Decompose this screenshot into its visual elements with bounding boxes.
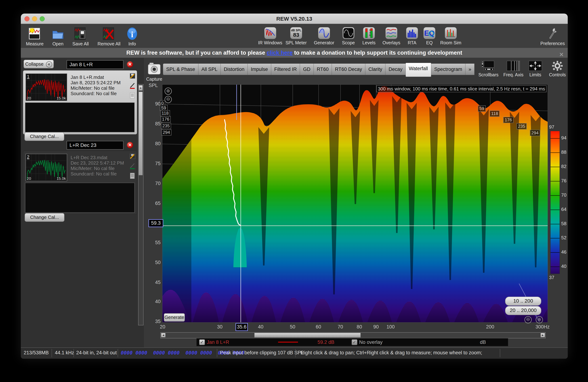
ir-windows-button[interactable]: IR Windows xyxy=(256,27,284,45)
ir-windows-label: IR Windows xyxy=(258,40,282,45)
frequency-scrollbar[interactable]: ◀ ▶ xyxy=(160,332,546,338)
zoom-out-y-button[interactable]: ⊖ xyxy=(165,96,172,103)
delete-measurement-button[interactable]: ✕ xyxy=(127,61,133,67)
scrollbar-thumb[interactable] xyxy=(139,92,143,175)
time-slice-label: 118 xyxy=(490,111,500,117)
zoom-out-x-button[interactable]: ⊖ xyxy=(525,316,532,324)
y-tick: 85 xyxy=(151,121,161,127)
spl-meter-label: SPL Meter xyxy=(286,40,307,45)
eq-icon: EQ xyxy=(423,27,435,39)
save-measurement-icon[interactable] xyxy=(129,73,136,79)
tab-impulse[interactable]: Impulse xyxy=(248,63,271,75)
notes-doc-icon[interactable] xyxy=(129,92,136,99)
limits-button[interactable]: Limits xyxy=(527,61,544,77)
tab-all-spl[interactable]: All SPL xyxy=(198,63,221,75)
overlays-icon xyxy=(385,27,397,39)
generator-button[interactable]: Generator xyxy=(311,27,338,45)
measurement-card-unselected[interactable]: 2 20 15.0k L+R Dec 23.mdat Dec 23, 2022 … xyxy=(23,151,137,215)
capture-button[interactable]: Capture xyxy=(146,61,162,82)
colorbar-tick: 46 xyxy=(561,249,567,255)
save-measurement-icon[interactable] xyxy=(129,153,136,159)
overlays-button[interactable]: Overlays xyxy=(380,27,403,45)
tab-decay[interactable]: Decay xyxy=(385,63,406,75)
scrollbar-left-arrow[interactable]: ◀ xyxy=(161,333,166,337)
y-tick: 55 xyxy=(151,240,161,246)
freq-axis-button[interactable]: Freq. Axis xyxy=(503,61,524,77)
change-cal-button[interactable]: Change Cal... xyxy=(24,132,64,141)
y-tick: 45 xyxy=(151,280,161,285)
colorbar-tick: 52 xyxy=(561,235,567,241)
measurement-notes-area[interactable] xyxy=(25,102,135,133)
scrollbar-up-arrow[interactable]: ▲ xyxy=(139,85,143,91)
rta-button[interactable]: RTA xyxy=(404,27,420,45)
measurement-mic: Mic/Meter: No cal file xyxy=(71,166,128,171)
colorbar-tick: 88 xyxy=(561,149,567,155)
banner-text-before: REW is free software, but if you can aff… xyxy=(126,50,265,56)
tab-filtered-ir[interactable]: Filtered IR xyxy=(271,63,300,75)
measurement-name-input[interactable]: L+R Dec 23 xyxy=(67,141,124,150)
legend-trace-name[interactable]: Jan 8 L+R xyxy=(207,340,229,345)
delete-measurement-button[interactable]: ✕ xyxy=(127,142,133,148)
collapse-chevrons-icon: « xyxy=(46,61,52,67)
zoom-in-x-button[interactable]: ⊕ xyxy=(536,316,543,324)
no-overlay-checkbox[interactable]: ✓ xyxy=(352,339,357,345)
spl-meter-button[interactable]: dB SPL83 SPL Meter xyxy=(283,27,309,45)
change-cal-button[interactable]: Change Cal... xyxy=(25,213,64,222)
overlays-label: Overlays xyxy=(382,40,400,45)
waterfall-plot[interactable]: 300 ms window, 100 ms rise time, 0.61 ms… xyxy=(162,85,548,322)
scrollbars-toggle-button[interactable]: Scrollbars xyxy=(477,61,500,77)
generate-button[interactable]: Generate xyxy=(164,313,185,322)
capture-label: Capture xyxy=(146,76,162,82)
tab-spectrogram[interactable]: Spectrogram xyxy=(431,63,466,75)
measurement-card-selected[interactable]: 1 20 15.0k Jan 8 L+R.mdat Jan 8, 2023 5:… xyxy=(23,70,137,134)
remove-all-icon xyxy=(103,27,115,40)
limits-icon xyxy=(528,61,542,71)
info-button[interactable]: i Info xyxy=(124,27,140,46)
time-slice-label: 235 xyxy=(161,123,171,129)
scrollbar-thumb[interactable] xyxy=(254,333,361,338)
scrollbars-label: Scrollbars xyxy=(477,72,500,77)
graph-controls-button[interactable]: Controls xyxy=(548,61,567,77)
cursor-spl-readout: 59.3 xyxy=(148,219,163,227)
measurement-name-input[interactable]: Jan 8 L+R xyxy=(67,60,124,69)
open-button[interactable]: Open xyxy=(48,27,68,46)
eq-button[interactable]: EQ EQ xyxy=(421,27,438,45)
tab-clarity[interactable]: Clarity xyxy=(365,63,386,75)
range-10-200-button[interactable]: 10 .. 200 xyxy=(505,297,541,306)
save-all-button[interactable]: Save All xyxy=(69,27,92,46)
measure-button[interactable]: Measure xyxy=(23,27,46,46)
donation-banner: REW is free software, but if you can aff… xyxy=(21,48,568,58)
notes-doc-icon[interactable] xyxy=(129,172,136,179)
svg-text:dB SPL: dB SPL xyxy=(291,29,301,32)
eq-label: EQ xyxy=(426,40,433,45)
legend-unit: dB xyxy=(480,340,486,345)
levels-button[interactable]: 036 Levels xyxy=(359,27,379,45)
remove-all-button[interactable]: Remove All xyxy=(95,27,123,46)
preferences-button[interactable]: Preferences xyxy=(540,27,566,46)
tab-gd[interactable]: GD xyxy=(300,63,314,75)
room-sim-button[interactable]: Room Sim xyxy=(439,27,462,45)
trace-visible-checkbox[interactable]: ✓ xyxy=(199,339,205,345)
tab-rt60[interactable]: RT60 xyxy=(314,63,332,75)
generator-icon xyxy=(318,27,330,39)
waterfall-settings-readout: 300 ms window, 100 ms rise time, 0.61 ms… xyxy=(376,85,546,92)
range-20-20000-button[interactable]: 20 .. 20,000 xyxy=(505,306,541,315)
tab-waterfall[interactable]: Waterfall xyxy=(406,63,431,77)
scope-button[interactable]: Scope xyxy=(339,27,358,45)
x-tick: 20 xyxy=(160,324,165,330)
tab-overflow[interactable]: » xyxy=(465,63,475,75)
graph-tab-bar: SPL & Phase All SPL Distortion Impulse F… xyxy=(163,63,475,77)
donation-link[interactable]: click here xyxy=(267,50,293,56)
tab-distortion[interactable]: Distortion xyxy=(221,63,248,75)
time-slice-label: 235 xyxy=(517,123,527,129)
measurement-notes-area[interactable] xyxy=(25,183,135,213)
time-slice-label: 294 xyxy=(530,130,540,136)
collapse-panel-button[interactable]: Collapse « xyxy=(23,60,54,68)
tab-spl-phase[interactable]: SPL & Phase xyxy=(163,63,198,75)
scrollbar-right-arrow[interactable]: ▶ xyxy=(541,333,545,337)
measurements-scrollbar[interactable]: ▲ xyxy=(138,84,144,325)
zoom-in-y-button[interactable]: ⊕ xyxy=(165,88,172,95)
tab-rt60-decay[interactable]: RT60 Decay xyxy=(332,63,365,75)
trace-style-icon[interactable] xyxy=(129,163,136,169)
trace-style-icon[interactable] xyxy=(129,82,136,89)
